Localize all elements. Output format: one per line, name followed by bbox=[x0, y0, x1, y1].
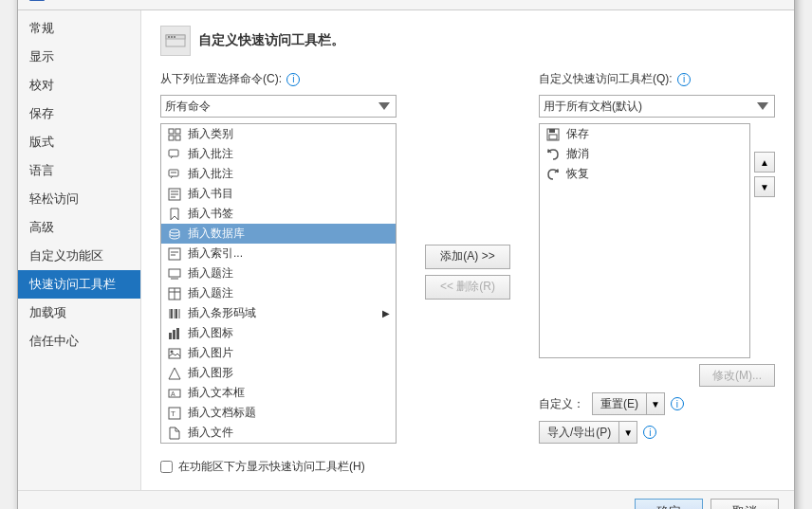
sidebar: 常规 显示 校对 保存 版式 语言 轻松访问 高级 自定义功能区 快速访问工具栏… bbox=[18, 10, 141, 490]
left-panel: 从下列位置选择命令(C): i 所有命令 插入类别 bbox=[160, 71, 397, 444]
sidebar-item-customize-ribbon[interactable]: 自定义功能区 bbox=[18, 242, 140, 270]
customize-label: 自定义： bbox=[539, 396, 584, 412]
sidebar-item-general[interactable]: 常规 bbox=[18, 14, 140, 43]
quick-access-icon bbox=[160, 26, 191, 56]
sidebar-item-language[interactable]: 语言 bbox=[18, 156, 140, 185]
modify-button[interactable]: 修改(M)... bbox=[699, 364, 775, 387]
svg-text:T: T bbox=[171, 409, 175, 418]
insert-barcode-icon bbox=[167, 306, 182, 321]
list-item-label: 插入图片 bbox=[188, 345, 233, 361]
svg-point-4 bbox=[168, 36, 170, 38]
sidebar-item-addins[interactable]: 加载项 bbox=[18, 299, 140, 327]
list-item-label: 插入书目 bbox=[188, 186, 233, 202]
title-bar: W Word 选项 ? × bbox=[18, 0, 794, 10]
insert-index-icon bbox=[167, 246, 182, 262]
right-list-wrapper: 保存 撤消 bbox=[539, 123, 775, 358]
word-icon: W bbox=[29, 0, 45, 1]
move-up-button[interactable]: ▲ bbox=[754, 152, 775, 173]
list-item-label: 插入文档标题 bbox=[188, 405, 256, 421]
save-icon bbox=[545, 127, 561, 142]
list-item[interactable]: 插入批注 bbox=[161, 164, 396, 184]
list-item-label: 撤消 bbox=[566, 146, 589, 162]
sidebar-item-proofing[interactable]: 校对 bbox=[18, 71, 140, 100]
cancel-button[interactable]: 取消 bbox=[710, 499, 779, 509]
sidebar-item-trust-center[interactable]: 信任中心 bbox=[18, 327, 140, 355]
svg-rect-33 bbox=[173, 330, 175, 339]
left-dropdown[interactable]: 所有命令 bbox=[160, 95, 397, 118]
list-item[interactable]: 插入图标 bbox=[161, 323, 396, 343]
list-item-label: 插入书签 bbox=[188, 206, 233, 222]
list-item[interactable]: A 插入文本框 bbox=[161, 383, 396, 403]
sidebar-item-display[interactable]: 显示 bbox=[18, 43, 140, 71]
submenu-arrow: ▶ bbox=[382, 308, 390, 318]
insert-table-icon bbox=[167, 286, 182, 301]
sidebar-item-quick-access[interactable]: 快速访问工具栏 bbox=[18, 270, 140, 299]
list-item-label: 插入数据库 bbox=[188, 226, 245, 242]
right-dropdown[interactable]: 用于所有文档(默认) bbox=[539, 95, 775, 118]
add-button[interactable]: 添加(A) >> bbox=[425, 245, 510, 269]
right-info-icon[interactable]: i bbox=[677, 73, 691, 86]
svg-rect-11 bbox=[169, 150, 178, 156]
import-export-arrow-button[interactable]: ▼ bbox=[618, 421, 637, 444]
list-item[interactable]: 插入条形码域 ▶ bbox=[161, 303, 396, 323]
svg-rect-7 bbox=[169, 129, 174, 134]
insert-doctitle-icon: T bbox=[167, 406, 182, 421]
list-item-label: 插入文件 bbox=[188, 425, 233, 441]
sidebar-item-save[interactable]: 保存 bbox=[18, 100, 140, 128]
sidebar-item-accessibility[interactable]: 轻松访问 bbox=[18, 185, 140, 213]
list-item-label: 插入图形 bbox=[188, 365, 233, 381]
reset-info-icon[interactable]: i bbox=[671, 397, 684, 410]
insert-category-icon bbox=[167, 127, 182, 142]
left-list[interactable]: 插入类别 插入批注 插入批注 bbox=[160, 123, 397, 444]
list-item[interactable]: T 插入文档标题 bbox=[161, 403, 396, 423]
left-info-icon[interactable]: i bbox=[286, 73, 300, 86]
dialog-footer: 确定 取消 bbox=[18, 490, 794, 509]
main-content: 自定义快速访问工具栏。 从下列位置选择命令(C): i 所有命令 bbox=[141, 10, 794, 490]
import-export-main-button[interactable]: 导入/导出(P) bbox=[539, 421, 618, 444]
redo-icon bbox=[545, 167, 561, 182]
list-item-selected[interactable]: 插入数据库 bbox=[161, 224, 396, 244]
list-item-label: 插入文本框 bbox=[188, 385, 245, 401]
right-panel: 自定义快速访问工具栏(Q): i 用于所有文档(默认) 保存 bbox=[539, 71, 775, 444]
list-item[interactable]: 插入批注 bbox=[161, 144, 396, 164]
move-down-button[interactable]: ▼ bbox=[754, 176, 775, 197]
reset-main-button[interactable]: 重置(E) bbox=[592, 392, 646, 415]
sidebar-item-advanced[interactable]: 高级 bbox=[18, 213, 140, 242]
ok-button[interactable]: 确定 bbox=[635, 499, 703, 509]
list-item[interactable]: 插入题注 bbox=[161, 283, 396, 303]
list-item[interactable]: 插入类别 bbox=[161, 124, 396, 144]
help-button[interactable]: ? bbox=[737, 0, 758, 4]
list-item[interactable]: 恢复 bbox=[540, 164, 749, 184]
insert-file-icon bbox=[167, 426, 182, 441]
list-item[interactable]: 插入题注 bbox=[161, 264, 396, 283]
list-item[interactable]: 插入书签 bbox=[161, 204, 396, 224]
show-below-label[interactable]: 在功能区下方显示快速访问工具栏(H) bbox=[178, 459, 365, 475]
svg-rect-0 bbox=[29, 0, 45, 1]
svg-rect-19 bbox=[169, 248, 180, 260]
list-item[interactable]: 插入索引... bbox=[161, 244, 396, 264]
insert-caption-icon bbox=[167, 266, 182, 282]
list-item[interactable]: 插入文件 bbox=[161, 423, 396, 443]
list-item[interactable]: 保存 bbox=[540, 124, 749, 144]
bottom-section: 在功能区下方显示快速访问工具栏(H) bbox=[160, 455, 775, 475]
svg-point-5 bbox=[171, 36, 173, 38]
list-item[interactable]: 插入书目 bbox=[161, 184, 396, 204]
list-item[interactable]: 插入图片 bbox=[161, 343, 396, 363]
close-button[interactable]: × bbox=[762, 0, 783, 4]
show-below-checkbox[interactable] bbox=[160, 461, 173, 473]
right-list[interactable]: 保存 撤消 bbox=[539, 123, 750, 358]
import-export-info-icon[interactable]: i bbox=[643, 426, 656, 439]
insert-textbox-icon: A bbox=[167, 386, 182, 401]
middle-buttons: 添加(A) >> << 删除(R) bbox=[415, 71, 520, 444]
svg-rect-34 bbox=[176, 328, 179, 339]
word-options-dialog: W Word 选项 ? × 常规 显示 校对 保存 版式 语言 轻松访问 高级 … bbox=[17, 0, 795, 509]
remove-button[interactable]: << 删除(R) bbox=[425, 275, 510, 300]
list-item[interactable]: 插入图形 bbox=[161, 363, 396, 383]
svg-rect-10 bbox=[175, 136, 180, 140]
section-header: 自定义快速访问工具栏。 bbox=[160, 26, 775, 56]
section-title: 自定义快速访问工具栏。 bbox=[198, 32, 344, 49]
sidebar-item-layout[interactable]: 版式 bbox=[18, 128, 140, 156]
svg-point-6 bbox=[174, 36, 175, 38]
reset-arrow-button[interactable]: ▼ bbox=[646, 392, 665, 415]
list-item[interactable]: 撤消 bbox=[540, 144, 749, 164]
